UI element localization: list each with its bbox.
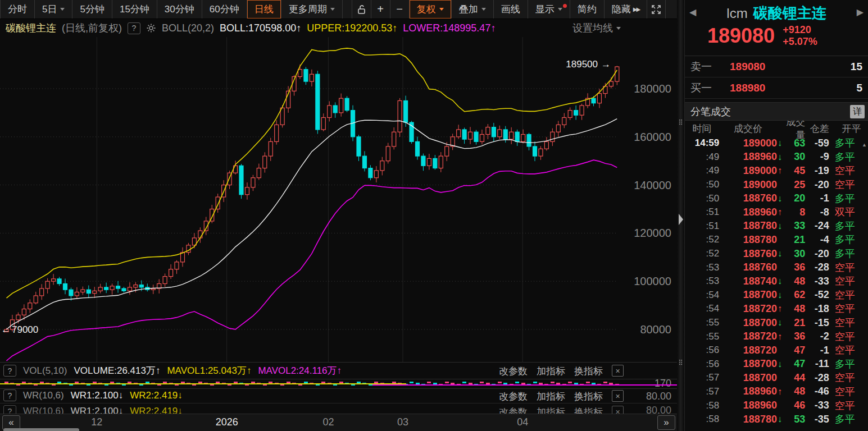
detail-button[interactable]: 详 <box>850 105 865 118</box>
tab-daily[interactable]: 日线 <box>247 0 281 19</box>
vol-pane-actions: 改参数 加指标 换指标 × <box>499 365 624 378</box>
ma-settings-button[interactable]: 设置均线 <box>572 21 621 35</box>
wr2-pane-actions: 改参数 加指标 换指标 × <box>499 406 624 414</box>
tab-5day[interactable]: 5日 <box>35 0 72 19</box>
wr-pane-2: ? WR(10,6) WR1:2.100↓ WR2:2.419↓ 改参数 加指标… <box>0 403 677 414</box>
adjust-mode-button[interactable]: 复权 <box>409 0 451 19</box>
tick-row: :49188960↓30-9多平 <box>685 150 868 164</box>
price-down-arrow-icon: ↓ <box>777 290 785 300</box>
tab-15min[interactable]: 15分钟 <box>112 0 157 19</box>
notification-dot <box>563 4 567 8</box>
switch-indicator-button[interactable]: 换指标 <box>574 365 603 378</box>
overlay-button[interactable]: 叠加 <box>451 0 493 19</box>
help-button[interactable]: ? <box>3 405 16 414</box>
change-params-button[interactable]: 改参数 <box>499 406 528 414</box>
wr2-value: WR2:2.419↓ <box>130 406 183 414</box>
volume-value: VOLUME:26.413万↑ <box>74 364 160 377</box>
hide-button[interactable]: 隐藏▶▶ <box>604 0 647 19</box>
zoom-in-button[interactable]: + <box>371 0 390 19</box>
chevron-down-icon <box>558 8 562 11</box>
help-button[interactable]: ? <box>3 365 16 377</box>
upper-value: UPPER:192200.53↑ <box>307 22 397 34</box>
lock-button[interactable] <box>352 0 371 19</box>
help-button[interactable]: ? <box>128 22 140 34</box>
close-pane-button[interactable]: × <box>612 390 624 402</box>
horizontal-scrollbar-thumb[interactable] <box>3 428 79 431</box>
time-axis: « » 122026020304 <box>0 414 677 431</box>
mavol1-value: MAVOL1:25.043万↑ <box>167 364 251 377</box>
tick-row: :5818896046-33空平 <box>685 398 868 412</box>
help-button[interactable]: ? <box>3 389 16 401</box>
trading-app-window: 分时 5日 5分钟 15分钟 30分钟 60分钟 日线 更多周期 + − 复权 … <box>0 0 868 431</box>
zoom-out-button[interactable]: − <box>390 0 409 19</box>
tick-row: :54188720↑48-18空平 <box>685 302 868 316</box>
mavol2-value: MAVOL2:24.116万↑ <box>258 364 342 377</box>
tick-row: :51188960↑8-8双平 <box>685 205 868 219</box>
price-down-arrow-icon: ↓ <box>777 221 785 231</box>
switch-indicator-button[interactable]: 换指标 <box>574 390 603 403</box>
tab-timeshare[interactable]: 分时 <box>0 0 35 19</box>
x-axis-tick: 04 <box>506 416 539 428</box>
tick-row: :50188760↓20-1多平 <box>685 191 868 205</box>
chevron-down-icon <box>330 8 335 11</box>
price-up-arrow-icon: ↑ <box>777 387 785 397</box>
volume-bar <box>586 382 590 383</box>
add-indicator-button[interactable]: 加指标 <box>537 390 565 403</box>
fullscreen-button[interactable] <box>647 0 666 19</box>
scrollbar-up-icon[interactable]: ▲ <box>862 142 867 148</box>
y-axis-tick: 140000 <box>621 179 671 192</box>
change-params-button[interactable]: 改参数 <box>499 365 528 378</box>
change-params-button[interactable]: 改参数 <box>499 390 528 403</box>
period-toolbar: 分时 5日 5分钟 15分钟 30分钟 60分钟 日线 更多周期 + − 复权 … <box>0 0 677 19</box>
quote-panel: ◀ ▶ lcm 碳酸锂主连 189080 +9120 +5.07% 卖一 189… <box>684 0 868 431</box>
symbol-label: 碳酸锂主连 <box>6 21 56 35</box>
next-contract-arrow[interactable]: ▶ <box>857 7 864 17</box>
main-candlestick-chart[interactable]: 189500 79000 180000160000140000120000100… <box>0 37 677 362</box>
period-label: (日线,前复权) <box>62 21 122 35</box>
tab-60min[interactable]: 60分钟 <box>202 0 247 19</box>
prev-contract-arrow[interactable]: ◀ <box>689 7 696 17</box>
panel-splitter[interactable] <box>677 0 684 431</box>
mavol2-line <box>372 384 677 386</box>
collapse-panel-arrow-icon[interactable] <box>679 214 683 225</box>
close-pane-button[interactable]: × <box>612 365 624 377</box>
price-up-arrow-icon: ↑ <box>777 166 785 176</box>
draw-line-button[interactable]: 画线 <box>493 0 528 19</box>
add-indicator-button[interactable]: 加指标 <box>537 406 565 414</box>
simple-mode-button[interactable]: 简约 <box>570 0 604 19</box>
double-chevron-right-icon: ▶▶ <box>633 6 639 12</box>
tab-5min[interactable]: 5分钟 <box>72 0 112 19</box>
gear-icon[interactable] <box>146 23 156 33</box>
contract-code: lcm <box>726 6 747 21</box>
volume-bar <box>480 382 484 383</box>
volume-pane: ? VOL(5,10) VOLUME:26.413万↑ MAVOL1:25.04… <box>0 362 677 388</box>
price-up-arrow-icon: ↑ <box>777 207 785 217</box>
switch-indicator-button[interactable]: 换指标 <box>574 406 603 414</box>
tick-row: :5018900025-20空平 <box>685 178 868 192</box>
volume-bar <box>568 382 572 383</box>
add-indicator-button[interactable]: 加指标 <box>537 365 565 378</box>
close-pane-button[interactable]: × <box>612 406 624 414</box>
tab-30min[interactable]: 30分钟 <box>157 0 202 19</box>
wr-pane-1: ? WR(10,6) WR1:2.100↓ WR2:2.419↓ 改参数 加指标… <box>0 388 677 403</box>
price-up-arrow-icon: ↑ <box>777 304 785 314</box>
ask-qty: 15 <box>851 61 862 73</box>
tick-row: :51188780↓33-24多平 <box>685 219 868 233</box>
tick-list-title: 分笔成交 <box>690 105 731 118</box>
x-axis-tick: 2026 <box>210 416 244 428</box>
display-button[interactable]: 显示 <box>528 0 570 19</box>
scroll-right-button[interactable]: » <box>657 415 675 430</box>
indicator-info-bar: 碳酸锂主连 (日线,前复权) ? BOLL(20,2) BOLL:170598.… <box>0 19 677 37</box>
tab-more-periods[interactable]: 更多周期 <box>281 0 343 19</box>
chevron-down-icon <box>616 27 621 30</box>
volume-bar <box>498 382 502 383</box>
chevron-down-icon <box>481 8 486 11</box>
volume-bar <box>603 382 607 383</box>
tick-rows: 14:59189000↓63-59多平:49188960↓30-9多平:4918… <box>685 136 868 426</box>
price-down-arrow-icon: ↓ <box>777 249 785 259</box>
bid-price: 188980 <box>730 82 765 94</box>
volume-bar <box>445 382 449 383</box>
lock-open-icon <box>357 4 366 14</box>
wr-indicator-name: WR(10,6) <box>23 390 64 401</box>
fullscreen-icon <box>652 5 661 14</box>
